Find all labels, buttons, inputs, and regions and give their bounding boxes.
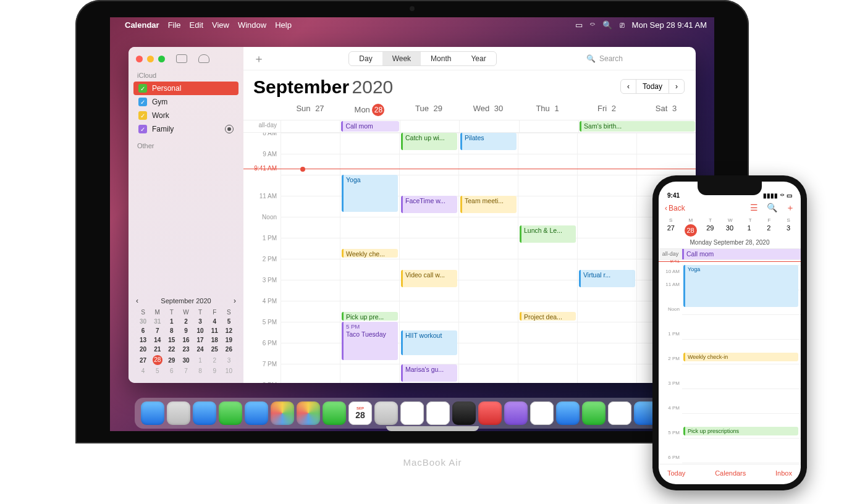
sidebar-toggle-icon[interactable] <box>176 54 187 63</box>
calendar-event[interactable]: Marisa's gu... <box>401 364 457 382</box>
mini-next-icon[interactable]: › <box>234 296 236 305</box>
date-cell[interactable]: 2 <box>762 224 775 237</box>
view-day[interactable]: Day <box>349 52 382 65</box>
dock-maps-icon[interactable] <box>271 401 294 425</box>
inbox-icon[interactable] <box>198 54 209 63</box>
close-button[interactable] <box>136 56 143 62</box>
add-event-icon[interactable]: ＋ <box>786 203 795 214</box>
search-icon[interactable]: 🔍 <box>767 203 777 214</box>
day-header[interactable]: Mon 28 <box>340 98 399 120</box>
calendar-event[interactable]: HIIT workout <box>401 330 457 355</box>
day-column[interactable] <box>281 133 340 383</box>
mini-calendar-grid[interactable]: SMTWTFS303112345678910111213141516171819… <box>136 308 236 376</box>
dock-contacts-icon[interactable] <box>374 401 398 425</box>
date-cell[interactable]: 28 <box>685 224 697 237</box>
dock-reminders-icon[interactable] <box>400 401 424 425</box>
calendar-event[interactable]: Video call w... <box>401 270 457 287</box>
calendar-event[interactable]: Virtual r... <box>579 270 635 287</box>
battery-icon[interactable]: ▭ <box>575 20 583 30</box>
calendar-event[interactable]: Weekly che... <box>342 249 398 258</box>
dock-numbers-icon[interactable] <box>582 401 606 425</box>
view-segmented-control[interactable]: Day Week Month Year <box>348 51 496 66</box>
checkbox-icon[interactable]: ✓ <box>138 98 147 106</box>
today-button[interactable]: Today <box>667 469 685 477</box>
calendar-event[interactable]: Catch up wi... <box>401 133 457 150</box>
dock-safari-icon[interactable] <box>193 401 216 425</box>
calendar-event[interactable]: 5 PMTaco Tuesday <box>342 322 398 360</box>
dock-photos-icon[interactable] <box>297 401 320 425</box>
menu-file[interactable]: File <box>168 20 181 30</box>
week-columns[interactable]: YogaWeekly che...Pick up pre...5 PMTaco … <box>281 133 696 383</box>
calendar-item-work[interactable]: ✓ Work <box>133 109 238 122</box>
menubar-app-name[interactable]: Calendar <box>125 20 159 30</box>
date-cell[interactable]: 3 <box>782 224 795 237</box>
zoom-button[interactable] <box>158 56 165 62</box>
day-header[interactable]: Fri 2 <box>577 98 636 120</box>
week-grid[interactable]: 8 AM9 AM11 AMNoon1 PM2 PM3 PM4 PM5 PM6 P… <box>243 133 696 383</box>
dock-news-icon[interactable] <box>530 401 554 425</box>
next-week-button[interactable]: › <box>669 80 684 93</box>
dock-keynote-icon[interactable] <box>556 401 580 425</box>
dock-messages-icon[interactable] <box>219 401 242 425</box>
dock-mail-icon[interactable] <box>245 401 268 425</box>
day-header[interactable]: Sat 3 <box>636 98 696 120</box>
date-cell[interactable]: 29 <box>704 224 716 237</box>
event-allday[interactable]: Sam's birth... <box>580 121 695 132</box>
checkbox-icon[interactable]: ✓ <box>138 84 147 93</box>
back-button[interactable]: ‹ Back <box>665 204 685 212</box>
view-year[interactable]: Year <box>461 52 496 65</box>
dock-music-icon[interactable] <box>478 401 502 425</box>
day-column[interactable]: Lunch & Le...Project dea... <box>518 133 577 383</box>
day-column[interactable]: YogaWeekly che...Pick up pre...5 PMTaco … <box>340 133 399 383</box>
calendar-event[interactable]: Yoga <box>342 175 398 212</box>
date-cell[interactable]: 30 <box>724 224 736 237</box>
menu-window[interactable]: Window <box>238 20 266 30</box>
view-week[interactable]: Week <box>382 52 421 65</box>
day-header[interactable]: Thu 1 <box>518 98 577 120</box>
view-month[interactable]: Month <box>421 52 461 65</box>
calendar-event[interactable]: Team meeti... <box>460 196 517 213</box>
search-field[interactable]: 🔍 Search <box>581 52 686 65</box>
today-button[interactable]: Today <box>636 80 669 93</box>
iphone-event-column[interactable]: YogaWeekly check-inPick up prescriptions <box>682 260 801 464</box>
calendar-item-personal[interactable]: ✓ Personal <box>133 82 238 95</box>
calendar-item-family[interactable]: ✓ Family <box>133 122 238 136</box>
minimize-button[interactable] <box>147 56 154 62</box>
spotlight-icon[interactable]: 🔍 <box>602 20 612 30</box>
calendars-button[interactable]: Calendars <box>715 469 746 477</box>
day-header[interactable]: Wed 30 <box>458 98 518 120</box>
inbox-button[interactable]: Inbox <box>775 469 792 477</box>
dock-tv-icon[interactable] <box>452 401 476 425</box>
dock-finder-icon[interactable] <box>141 401 164 425</box>
calendar-event[interactable]: Weekly check-in <box>683 353 798 361</box>
wifi-icon[interactable]: ⌔ <box>590 20 595 30</box>
dock-pages-icon[interactable] <box>608 401 631 425</box>
calendar-event[interactable]: Lunch & Le... <box>520 225 576 243</box>
calendar-event[interactable]: FaceTime w... <box>401 196 457 213</box>
date-cell[interactable]: 1 <box>743 224 756 237</box>
day-column[interactable]: Catch up wi...FaceTime w...Video call w.… <box>399 133 458 383</box>
checkbox-icon[interactable]: ✓ <box>138 111 147 120</box>
menu-view[interactable]: View <box>212 20 229 30</box>
control-center-icon[interactable]: ⎚ <box>620 20 625 30</box>
day-header[interactable]: Sun 27 <box>281 98 340 120</box>
day-column[interactable]: PilatesTeam meeti... <box>458 133 518 383</box>
menu-edit[interactable]: Edit <box>190 20 203 30</box>
dock-notes-icon[interactable] <box>426 401 450 425</box>
calendar-item-gym[interactable]: ✓ Gym <box>133 95 238 109</box>
event-allday[interactable]: Call mom <box>682 249 801 259</box>
list-view-icon[interactable]: ☰ <box>750 203 758 214</box>
mini-prev-icon[interactable]: ‹ <box>136 296 138 305</box>
macos-dock[interactable]: SEP28 <box>135 398 690 429</box>
day-header[interactable]: Tue 29 <box>399 98 458 120</box>
calendar-event[interactable]: Project dea... <box>520 312 576 321</box>
date-cell[interactable]: 27 <box>665 224 677 237</box>
iphone-day-grid[interactable]: 10 AM11 AMNoon1 PM2 PM3 PM4 PM5 PM6 PM7 … <box>659 260 801 464</box>
calendar-event[interactable]: Pilates <box>460 133 517 150</box>
dock-launchpad-icon[interactable] <box>167 401 190 425</box>
day-column[interactable]: Virtual r... <box>577 133 636 383</box>
dock-facetime-icon[interactable] <box>323 401 346 425</box>
add-event-button[interactable]: ＋ <box>253 51 264 66</box>
calendar-event[interactable]: Yoga <box>683 265 798 307</box>
dock-podcasts-icon[interactable] <box>504 401 528 425</box>
